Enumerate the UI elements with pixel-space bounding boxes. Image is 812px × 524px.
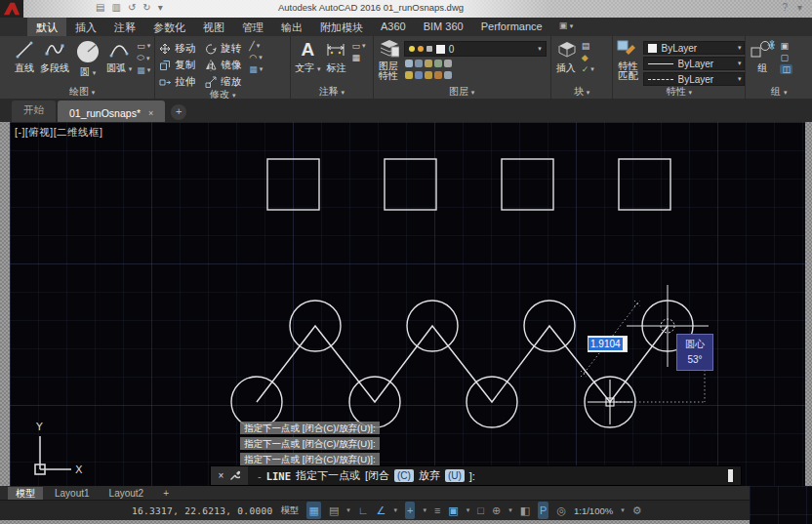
leader-button[interactable]: ▭▾ (351, 41, 365, 51)
dimension-button[interactable]: 标注 (325, 39, 346, 75)
table-button[interactable]: ▦ (351, 53, 365, 62)
snap3d-caret-icon[interactable]: ▾ (467, 506, 470, 514)
ribbon-tab-insert[interactable]: 插入 (66, 18, 105, 36)
layer-color-swatch[interactable] (436, 45, 445, 54)
group-selection-toggle[interactable]: ◫ (780, 64, 792, 74)
color-dropdown[interactable]: ByLayer ▾ (643, 41, 745, 55)
ribbon-tab-bim360[interactable]: BIM 360 (415, 18, 472, 36)
application-menu-button[interactable] (0, 0, 23, 18)
grid-toggle-icon[interactable]: ▦ (306, 502, 320, 519)
ribbon-tab-a360[interactable]: A360 (372, 18, 415, 36)
scale-caret-icon[interactable]: ▾ (621, 506, 625, 514)
customize-wrench-icon[interactable] (229, 470, 240, 481)
panel-label-groups[interactable]: 组 ▾ (746, 86, 812, 99)
selection-cycling-icon[interactable]: ◧ (520, 502, 530, 519)
group-button[interactable]: 组 (750, 39, 775, 75)
annotation-monitor-icon[interactable]: ◎ (556, 502, 566, 519)
space-indicator[interactable]: 模型 (280, 504, 299, 517)
customization-gear-icon[interactable]: ⚙ (632, 502, 642, 519)
layer-tool-icon[interactable] (415, 71, 423, 79)
close-file-tab-icon[interactable]: × (148, 108, 153, 118)
block-attributes-button[interactable]: ✓▾ (582, 64, 594, 74)
edit-block-button[interactable]: ◆ (582, 53, 594, 62)
group-edit-button[interactable]: ▢ (780, 53, 792, 62)
ribbon-tab-annotate[interactable]: 注释 (105, 18, 144, 36)
circle-button[interactable]: 圆 ▾ (74, 39, 102, 79)
qat-dropdown-icon[interactable]: ▾ (158, 2, 163, 13)
quick-properties-icon[interactable]: P (538, 502, 548, 519)
arc-button[interactable]: 圆弧 ▾ (106, 39, 132, 75)
move-button[interactable]: 移动 (159, 42, 195, 56)
quick-access-toolbar[interactable]: ▤ ▥ ↺ ↻ ▾ (96, 2, 163, 13)
lineweight-toggle-icon[interactable]: ≡ (434, 502, 440, 519)
layer-tool-icon[interactable] (434, 71, 442, 79)
hatch-button[interactable]: ▦▾ (137, 65, 150, 75)
close-command-icon[interactable]: × (219, 470, 224, 481)
layer-dropdown-caret-icon[interactable]: ▾ (538, 45, 542, 53)
new-icon[interactable]: ▤ (96, 2, 104, 13)
ribbon-tab-home[interactable]: 默认 (27, 18, 66, 36)
tab-model[interactable]: 模型 (8, 487, 43, 500)
transparency-toggle-icon[interactable]: □ (477, 502, 484, 519)
circle-flyout-icon[interactable]: ▾ (93, 69, 97, 76)
text-button[interactable]: A 文字 ▾ (295, 39, 320, 75)
undo-icon[interactable]: ↺ (128, 2, 136, 13)
layer-dropdown[interactable]: 0 ▾ (404, 41, 547, 57)
tab-layout1[interactable]: Layout1 (47, 487, 98, 500)
rectangle-button[interactable]: ▭▾ (137, 41, 150, 51)
ungroup-button[interactable]: ▣ (780, 41, 792, 51)
layer-tool-icon[interactable] (405, 60, 413, 67)
file-tab-start[interactable]: 开始 (12, 101, 56, 122)
polar-caret-icon[interactable]: ▾ (393, 506, 397, 514)
copy-button[interactable]: 复制 (159, 59, 195, 72)
command-line-bar[interactable]: × - LINE 指定下一点或 [闭合 (C) 放弃 (U) ]: (210, 465, 742, 486)
record-icon[interactable]: ▣ ▾ (551, 18, 582, 36)
linetype-dropdown[interactable]: ByLayer ▾ (643, 72, 745, 86)
option-close-chip[interactable]: (C) (394, 469, 414, 482)
osnap-caret-icon[interactable]: ▾ (423, 506, 426, 514)
ribbon-tab-performance[interactable]: Performance (472, 18, 551, 36)
ribbon-tab-manage[interactable]: 管理 (233, 18, 272, 36)
object-snap-3d-icon[interactable]: ▣ (448, 502, 458, 519)
layer-tool-icon[interactable] (444, 60, 452, 67)
array-button[interactable]: ▦▾ (249, 64, 263, 74)
viewport-controls[interactable]: [-][俯视][二维线框] (15, 126, 103, 140)
file-tab-current[interactable]: 01_runOsnaps* × (58, 101, 165, 122)
ribbon-tab-parametric[interactable]: 参数化 (144, 18, 194, 36)
layer-tool-icon[interactable] (425, 60, 432, 67)
ellipse-button[interactable]: ⬭▾ (137, 53, 150, 63)
panel-label-draw[interactable]: 绘图 ▾ (10, 86, 154, 99)
arc-flyout-icon[interactable]: ▾ (129, 65, 133, 72)
osnap-toggle-icon[interactable]: + (405, 502, 415, 519)
panel-label-annotation[interactable]: 注释 ▾ (291, 86, 372, 99)
layer-tool-icon[interactable] (444, 71, 452, 79)
create-block-button[interactable]: ▤ (582, 41, 594, 51)
ribbon-tab-output[interactable]: 输出 (272, 18, 311, 36)
ribbon-tab-addins[interactable]: 附加模块 (311, 18, 372, 36)
ribbon-tab-view[interactable]: 视图 (194, 18, 233, 36)
layer-tool-icon[interactable] (415, 60, 423, 67)
dynamic-input-field[interactable]: 1.9104 (588, 336, 628, 352)
new-layout-button[interactable]: + (155, 487, 177, 500)
ucs-caret-icon[interactable]: ▾ (508, 506, 512, 514)
command-prompt-text[interactable]: - LINE 指定下一点或 [闭合 (C) 放弃 (U) ]: (248, 468, 728, 483)
snap-caret-icon[interactable]: ▾ (346, 506, 350, 514)
insert-button[interactable]: 插入 (555, 39, 577, 75)
layer-lock-icon[interactable] (426, 46, 432, 52)
annotation-scale-control[interactable]: 1:1/100% (574, 505, 613, 516)
match-properties-button[interactable]: 特性匹配 (617, 39, 638, 81)
option-undo-chip[interactable]: (U) (445, 469, 465, 482)
redo-icon[interactable]: ↻ (142, 2, 150, 13)
mirror-button[interactable]: 镜像 (205, 59, 241, 72)
trim-button[interactable]: ╱▾ (249, 41, 263, 51)
tab-layout2[interactable]: Layout2 (102, 487, 152, 500)
rotate-button[interactable]: 旋转 (205, 42, 241, 56)
fillet-button[interactable]: ◠▾ (249, 53, 263, 62)
polar-tracking-icon[interactable]: ∠ (377, 502, 386, 519)
layer-properties-button[interactable]: 图层特性 (378, 39, 399, 81)
dynamic-ucs-icon[interactable]: ⊕ (492, 502, 501, 519)
layer-tool-icon[interactable] (405, 71, 413, 79)
infocenter[interactable]: ? ▾ (782, 2, 802, 13)
line-button[interactable]: 直线 (14, 39, 35, 75)
drawing-canvas[interactable]: XY [-][俯视][二维线框] 1.9104 圆心 53° 指定下一点或 [闭… (10, 122, 805, 486)
